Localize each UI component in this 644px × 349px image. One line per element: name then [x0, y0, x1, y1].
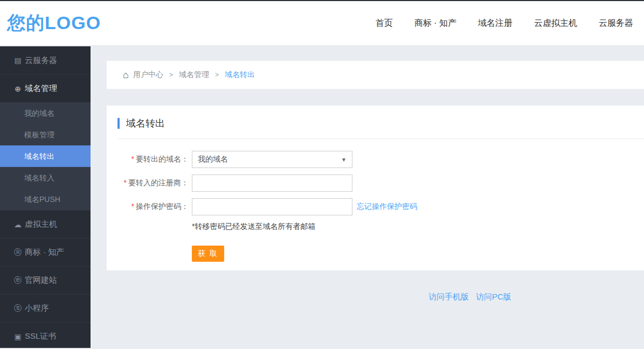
sidebar-item-cloud-server[interactable]: ▤ 云服务器 — [0, 46, 91, 74]
sidebar-item-ssl-certificate[interactable]: ▣ SSL证书 — [0, 322, 91, 349]
nav-item-trademark[interactable]: 商标 · 知产 — [414, 18, 456, 29]
title-accent-bar — [117, 118, 120, 129]
registrar-input[interactable] — [192, 174, 352, 192]
sidebar-subitem-template-management[interactable]: 模板管理 — [0, 124, 91, 145]
home-icon[interactable]: ⌂ — [123, 70, 129, 80]
form-row-password: *操作保护密码： 忘记操作保护密码 — [117, 198, 644, 215]
site-logo[interactable]: 您的LOGO — [7, 11, 101, 36]
domain-select[interactable]: 我的域名 ▼ — [192, 151, 352, 168]
main-content: ⌂ 用户中心 > 域名管理 > 域名转出 域名转出 *要转出的域名： 我的域名 … — [91, 46, 644, 348]
sidebar-item-website-builder[interactable]: ⓔ 官网建站 — [0, 266, 91, 294]
page-layout: ▤ 云服务器 ⊕ 域名管理 我的域名 模板管理 域名转出 域名转入 域名PUSH… — [0, 46, 644, 348]
header: 您的LOGO 首页 商标 · 知产 域名注册 云虚拟主机 云服务器 — [0, 1, 644, 46]
certificate-icon: ▣ — [13, 332, 22, 341]
host-icon: ☁ — [13, 220, 22, 229]
footer-links: 访问手机版 访问PC版 — [428, 292, 644, 302]
globe-icon: ⊕ — [13, 85, 22, 93]
nav-item-home[interactable]: 首页 — [376, 18, 393, 29]
field-label-password: *操作保护密码： — [117, 202, 189, 212]
domain-transfer-out-card: 域名转出 *要转出的域名： 我的域名 ▼ *要转入的注册商： *操作保护密码： … — [107, 106, 644, 270]
domain-select-value: 我的域名 — [198, 155, 228, 164]
nav-item-domain-register[interactable]: 域名注册 — [478, 18, 513, 29]
sidebar-item-label: 官网建站 — [25, 275, 57, 285]
sidebar-item-label: 域名管理 — [25, 83, 57, 94]
sidebar-subitem-my-domains[interactable]: 我的域名 — [0, 102, 91, 124]
form-row-domain: *要转出的域名： 我的域名 ▼ — [117, 151, 644, 168]
nav-item-cloud-host[interactable]: 云虚拟主机 — [534, 18, 577, 29]
sidebar-item-virtual-host[interactable]: ☁ 虚拟主机 — [0, 210, 91, 238]
card-title-row: 域名转出 — [117, 117, 644, 130]
miniapp-icon: ⓢ — [13, 304, 22, 313]
breadcrumb-item-domain-management[interactable]: 域名管理 — [179, 70, 209, 80]
chevron-down-icon: ▼ — [341, 157, 347, 163]
get-button[interactable]: 获 取 — [192, 246, 224, 262]
breadcrumb-item-current[interactable]: 域名转出 — [225, 70, 255, 80]
sidebar-subitem-domain-push[interactable]: 域名PUSH — [0, 189, 91, 210]
sidebar-item-label: 虚拟主机 — [25, 219, 57, 229]
website-icon: ⓔ — [13, 276, 22, 285]
footer-link-pc[interactable]: 访问PC版 — [476, 292, 511, 302]
required-asterisk: * — [124, 178, 127, 187]
form-note: *转移密码已经发送至域名所有者邮箱 — [192, 222, 644, 232]
sidebar-item-label: 小程序 — [25, 303, 49, 313]
page-title: 域名转出 — [126, 117, 165, 130]
title-divider — [117, 138, 644, 139]
form-row-registrar: *要转入的注册商： — [117, 174, 644, 192]
field-label-registrar: *要转入的注册商： — [117, 178, 189, 188]
trademark-icon: Ⓡ — [13, 248, 22, 257]
forgot-password-link[interactable]: 忘记操作保护密码 — [357, 202, 417, 212]
required-asterisk: * — [131, 155, 134, 163]
sidebar-item-trademark[interactable]: Ⓡ 商标 · 知产 — [0, 238, 91, 266]
breadcrumb: ⌂ 用户中心 > 域名管理 > 域名转出 — [107, 61, 644, 89]
sidebar-item-label: SSL证书 — [25, 331, 56, 341]
breadcrumb-item-user-center[interactable]: 用户中心 — [133, 70, 163, 80]
footer-link-mobile[interactable]: 访问手机版 — [428, 292, 469, 302]
top-nav: 首页 商标 · 知产 域名注册 云虚拟主机 云服务器 — [376, 18, 633, 29]
sidebar-item-mini-program[interactable]: ⓢ 小程序 — [0, 294, 91, 322]
server-icon: ▤ — [13, 56, 22, 65]
sidebar-subitem-domain-transfer-in[interactable]: 域名转入 — [0, 167, 91, 189]
field-label-domain: *要转出的域名： — [117, 155, 189, 164]
breadcrumb-separator: > — [169, 71, 173, 79]
nav-item-cloud-server[interactable]: 云服务器 — [599, 18, 633, 29]
required-asterisk: * — [131, 202, 134, 211]
sidebar-subitem-domain-transfer-out[interactable]: 域名转出 — [0, 145, 91, 167]
sidebar-item-label: 商标 · 知产 — [25, 247, 64, 257]
sidebar-submenu-domain: 我的域名 模板管理 域名转出 域名转入 域名PUSH — [0, 102, 91, 210]
protection-password-input[interactable] — [192, 198, 352, 215]
sidebar: ▤ 云服务器 ⊕ 域名管理 我的域名 模板管理 域名转出 域名转入 域名PUSH… — [0, 46, 91, 348]
sidebar-item-label: 云服务器 — [25, 55, 57, 66]
breadcrumb-separator: > — [215, 71, 219, 79]
sidebar-item-domain-management[interactable]: ⊕ 域名管理 — [0, 74, 91, 102]
